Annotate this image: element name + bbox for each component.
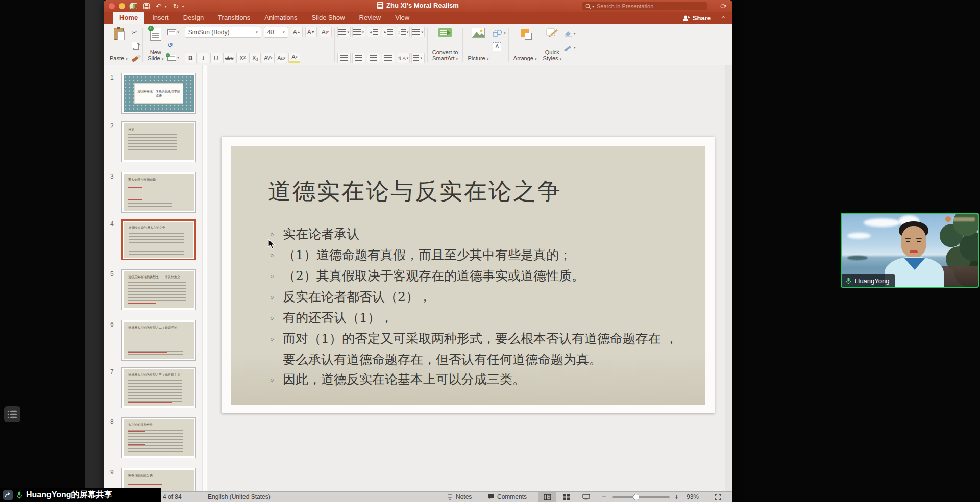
numbering-button[interactable]: ▾ [352, 27, 365, 37]
slide-sorter-view-button[interactable] [558, 492, 575, 502]
zoom-percentage[interactable]: 93% [687, 493, 699, 500]
zoom-meeting-screen: ↶▾ ↻ ▾ Zhu Xi's Moral Realism ▾ Search i… [0, 0, 980, 502]
italic-button[interactable]: I [198, 53, 209, 63]
underline-button[interactable]: U [210, 53, 222, 63]
slideshow-view-button[interactable] [577, 492, 595, 502]
redo-icon[interactable]: ↻ [173, 2, 179, 10]
subscript-button[interactable]: X₂ [249, 53, 261, 63]
decrease-indent-button[interactable]: ◂ [367, 27, 380, 37]
shapes-button[interactable]: ▾ [493, 28, 506, 38]
fill-bucket-icon [564, 30, 573, 37]
convert-to-smartart-button[interactable]: Convert toSmartArt ▾ [430, 27, 460, 63]
change-case-button[interactable]: Aa▾ [276, 53, 288, 63]
undo-icon[interactable]: ↶ [156, 2, 162, 10]
comments-button[interactable]: Comments [487, 493, 527, 500]
new-slide-button[interactable]: + NewSlide ▾ [145, 27, 165, 63]
zoom-in-button[interactable]: + [674, 492, 679, 501]
arrange-button[interactable]: Arrange ▾ [511, 27, 539, 63]
tab-insert[interactable]: Insert [145, 12, 176, 24]
search-input[interactable]: ▾ Search in Presentation [582, 2, 707, 10]
bullets-button[interactable]: ▾ [337, 27, 351, 37]
slide-thumbnail-2[interactable]: 目录 [121, 121, 196, 162]
character-spacing-button[interactable]: AV▾ [262, 53, 274, 63]
text-direction-button[interactable]: ⇅A▾ [397, 53, 410, 63]
language-selector[interactable]: English (United States) [208, 493, 271, 500]
text-box-button[interactable]: A [493, 41, 506, 52]
slide-number: 3 [110, 173, 114, 180]
search-placeholder: Search in Presentation [597, 3, 653, 9]
line-spacing-button[interactable]: ↕▾ [397, 27, 410, 37]
share-screen-icon[interactable] [3, 490, 13, 500]
zoom-panel-toggle-button[interactable] [4, 406, 20, 422]
tab-slide-show[interactable]: Slide Show [305, 12, 352, 24]
share-button[interactable]: Share [682, 14, 711, 22]
mic-on-icon[interactable] [16, 491, 23, 499]
font-name-select[interactable]: SimSun (Body)▾ [185, 27, 261, 38]
slide-layout-button[interactable]: ▾ [167, 27, 179, 37]
font-color-button[interactable]: A▾ [288, 53, 300, 63]
slide-thumbnail-1[interactable]: 道德实在论：朱熹美德伦理学的进路 [121, 73, 196, 114]
increase-font-button[interactable]: A▲ [291, 27, 303, 37]
shapes-icon [493, 29, 503, 37]
section-button[interactable]: +▾ [167, 53, 179, 63]
format-painter-button[interactable] [132, 53, 140, 63]
participant-video-tile[interactable]: HuangYong [841, 213, 979, 288]
fit-slide-button[interactable] [709, 492, 726, 502]
toolbar-options-caret-icon[interactable]: ▾ [182, 4, 184, 9]
slide-thumbnail-8[interactable]: 实在论的日常分类 [121, 417, 196, 458]
align-center-button[interactable] [352, 53, 365, 63]
panel-scrollbar[interactable] [202, 65, 207, 491]
font-group: SimSun (Body)▾ 48▾ A▲ A▼ A◤ B I U abe X²… [185, 27, 332, 63]
minimize-button[interactable] [119, 3, 125, 9]
collapse-ribbon-chevron-icon[interactable]: ⌃ [721, 15, 726, 22]
reset-slide-button[interactable]: ↺ [167, 40, 179, 50]
zoom-out-button[interactable]: − [602, 492, 606, 501]
zoom-slider-knob[interactable] [633, 494, 640, 500]
shape-fill-button[interactable]: ▾ [564, 29, 576, 39]
align-left-button[interactable] [337, 53, 351, 63]
paste-button[interactable]: Paste ▾ [108, 27, 130, 63]
strikethrough-button[interactable]: abe [223, 53, 236, 63]
quick-styles-button[interactable]: QuickStyles ▾ [541, 27, 564, 63]
slide-thumbnail-7[interactable]: 道德反实在论的类型之三：非客观主义 [121, 367, 196, 408]
superscript-button[interactable]: X² [236, 53, 248, 63]
undo-caret-icon[interactable]: ▾ [165, 4, 167, 9]
notes-button[interactable]: Notes [447, 493, 472, 500]
align-text-button[interactable]: ▾ [411, 53, 425, 63]
add-columns-button[interactable]: ▾ [411, 27, 425, 37]
format-painter-icon [131, 56, 138, 62]
zoom-slider[interactable] [612, 496, 670, 498]
clear-formatting-button[interactable]: A◤ [320, 27, 332, 37]
slide-thumbnail-5[interactable]: 道德反实在论的类型之一：非认知主义 [121, 269, 196, 310]
picture-button[interactable]: Picture ▾ [465, 27, 491, 63]
canvas-scrollbar[interactable] [725, 65, 732, 491]
current-slide[interactable]: 道德实在论与反实在论之争 ◦实在论者承认 ◦（1）道德命题有真假，而且至少其中有… [222, 137, 715, 413]
increase-indent-button[interactable]: ▸ [382, 27, 395, 37]
justify-button[interactable] [382, 53, 395, 63]
line-pencil-icon [564, 45, 573, 51]
shape-line-button[interactable]: ▾ [564, 43, 576, 53]
align-right-button[interactable] [367, 53, 380, 63]
feedback-smiley-button[interactable]: ☺▾ [719, 2, 726, 10]
slide-bullet: ◦因此，道德反实在论基本上可以分成三类。 [269, 369, 687, 390]
slide-thumbnail-6[interactable]: 道德反实在论的类型之二：错误理论 [121, 320, 196, 361]
cut-button[interactable]: ✂ [132, 27, 140, 37]
tab-review[interactable]: Review [353, 12, 388, 24]
copy-button[interactable]: ▾ [132, 40, 140, 50]
sidebar-toggle-icon[interactable] [130, 3, 137, 9]
decrease-font-button[interactable]: A▼ [305, 27, 317, 37]
tab-view[interactable]: View [388, 12, 416, 24]
save-icon[interactable] [143, 3, 150, 9]
tab-home[interactable]: Home [113, 12, 144, 24]
close-button[interactable] [109, 3, 115, 9]
bold-button[interactable]: B [185, 53, 197, 63]
tab-design[interactable]: Design [177, 12, 210, 24]
slide-thumbnail-3[interactable]: 事实命题与道德命题 [121, 172, 196, 213]
grid-view-icon [563, 494, 570, 500]
font-size-select[interactable]: 48▾ [264, 27, 288, 38]
tab-animations[interactable]: Animations [258, 12, 304, 24]
tab-transitions[interactable]: Transitions [211, 12, 257, 24]
slide-thumbnail-4-selected[interactable]: 道德实在论与反实在论之争 [121, 219, 196, 260]
normal-view-button[interactable] [538, 492, 556, 502]
arrange-icon [521, 29, 529, 37]
